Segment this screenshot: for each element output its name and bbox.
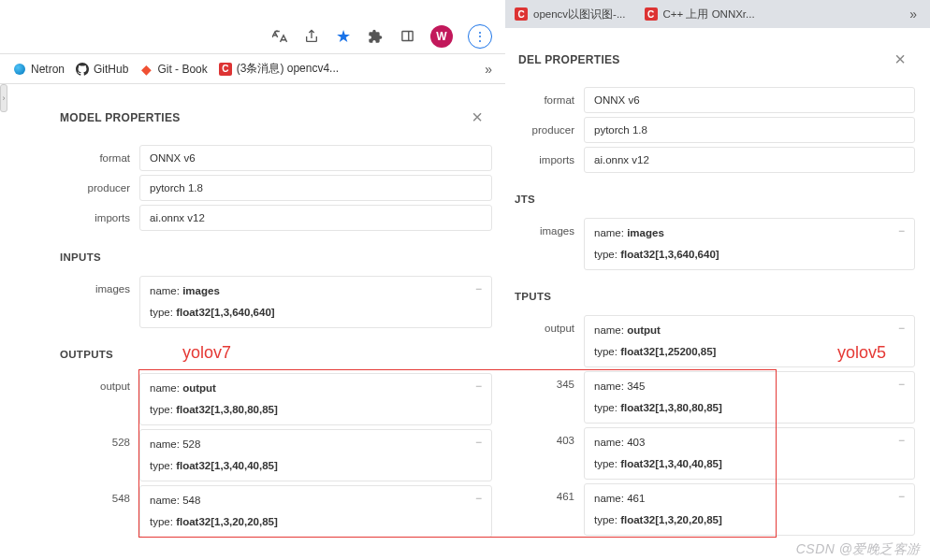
favicon-c-icon: C (645, 7, 658, 21)
watermark: CSDN @爱晚乏客游 (796, 541, 921, 558)
collapse-icon[interactable]: − (898, 378, 905, 391)
output-value[interactable]: − name: output type: float32[1,3,80,80,8… (139, 373, 492, 425)
github-icon (76, 63, 89, 76)
favicon-c-icon: C (515, 7, 528, 21)
git-icon: ◆ (139, 63, 153, 76)
netron-icon (13, 63, 26, 76)
collapse-icon[interactable]: − (475, 282, 482, 295)
browser-tab[interactable]: C C++ 上用 ONNXr... (635, 0, 764, 28)
menu-dots-icon[interactable]: ⋮ (468, 24, 492, 49)
bookmarks-overflow-icon[interactable]: » (485, 62, 492, 77)
collapse-icon[interactable]: − (898, 490, 905, 503)
output-value[interactable]: − name: 345 type: float32[1,3,80,80,85] (584, 371, 915, 424)
panel-title: DEL PROPERTIES (518, 53, 620, 66)
inputs-heading: INPUTS (37, 235, 496, 276)
prop-value-imports: ai.onnx v12 (139, 205, 492, 231)
output-value[interactable]: − name: 461 type: float32[1,3,20,20,85] (584, 483, 915, 536)
prop-label-format: format (518, 87, 584, 106)
prop-label-format: format (41, 145, 139, 164)
bookmark-label: Git - Book (157, 63, 207, 76)
close-icon[interactable]: × (894, 49, 909, 70)
prop-label-imports: imports (41, 205, 139, 223)
output-label: output (518, 315, 584, 334)
collapse-icon[interactable]: − (898, 224, 905, 237)
browser-tab-strip: C opencv以图识图-... C C++ 上用 ONNXr... » (505, 0, 930, 28)
collapse-icon[interactable]: − (475, 492, 482, 505)
profile-avatar[interactable]: W (430, 25, 453, 48)
outputs-heading: TPUTS (515, 274, 919, 315)
output-value[interactable]: − name: output type: float32[1,25200,85] (584, 315, 915, 367)
model-properties-panel-right: DEL PROPERTIES × format ONNX v6 producer… (505, 28, 928, 539)
output-value[interactable]: − name: 548 type: float32[1,3,20,20,85] (139, 485, 492, 538)
prop-value-producer: pytorch 1.8 (584, 117, 915, 143)
side-panel-icon[interactable] (399, 28, 415, 45)
prop-label-producer: producer (41, 175, 139, 194)
output-label: 528 (41, 429, 139, 448)
tab-label: C++ 上用 ONNXr... (663, 7, 755, 22)
bookmarks-bar: Netron GitHub ◆ Git - Book C (3条消息) open… (0, 54, 505, 84)
output-value[interactable]: − name: 528 type: float32[1,3,40,40,85] (139, 429, 492, 481)
bookmark-star-icon[interactable]: ★ (335, 28, 352, 45)
csdn-icon: C (219, 63, 232, 76)
tab-label: opencv以图识图-... (533, 7, 626, 22)
panel-title: MODEL PROPERTIES (60, 111, 181, 124)
browser-toolbar: ★ W ⋮ (0, 19, 505, 54)
svg-rect-0 (401, 32, 412, 41)
bookmark-label: (3条消息) opencv4... (237, 61, 339, 77)
prop-label-imports: imports (518, 147, 584, 165)
input-label-images: images (518, 218, 584, 237)
prop-value-format: ONNX v6 (139, 145, 492, 171)
output-label: 403 (518, 427, 584, 446)
prop-value-producer: pytorch 1.8 (139, 175, 492, 201)
prop-label-producer: producer (518, 117, 584, 136)
side-handle[interactable]: › (0, 84, 7, 112)
bookmark-git-book[interactable]: ◆ Git - Book (139, 63, 207, 76)
prop-value-imports: ai.onnx v12 (584, 147, 915, 173)
collapse-icon[interactable]: − (898, 322, 905, 335)
output-label: 461 (518, 483, 584, 502)
output-value[interactable]: − name: 403 type: float32[1,3,40,40,85] (584, 427, 915, 480)
model-properties-panel-left: MODEL PROPERTIES × format ONNX v6 produc… (28, 86, 505, 541)
bookmark-github[interactable]: GitHub (76, 63, 128, 76)
input-value-images[interactable]: − name: images type: float32[1,3,640,640… (139, 276, 492, 328)
output-label: 548 (41, 485, 139, 504)
input-value-images[interactable]: − name: images type: float32[1,3,640,640… (584, 218, 915, 270)
input-label-images: images (41, 276, 139, 294)
bookmark-label: GitHub (94, 63, 128, 76)
bookmark-opencv[interactable]: C (3条消息) opencv4... (219, 61, 339, 77)
browser-tab[interactable]: C opencv以图识图-... (505, 0, 635, 28)
tabs-overflow-icon[interactable]: » (896, 7, 930, 22)
outputs-heading: OUTPUTS (37, 332, 496, 373)
extensions-icon[interactable] (367, 28, 384, 45)
bookmark-label: Netron (31, 63, 65, 76)
bookmark-netron[interactable]: Netron (13, 63, 65, 76)
inputs-heading: JTS (515, 177, 919, 218)
share-icon[interactable] (303, 28, 320, 45)
translate-icon[interactable] (271, 28, 288, 45)
output-label: 345 (518, 371, 584, 390)
close-icon[interactable]: × (472, 107, 487, 128)
prop-value-format: ONNX v6 (584, 87, 915, 113)
output-label: output (41, 373, 139, 392)
collapse-icon[interactable]: − (475, 380, 482, 393)
collapse-icon[interactable]: − (475, 436, 482, 449)
collapse-icon[interactable]: − (898, 434, 905, 447)
